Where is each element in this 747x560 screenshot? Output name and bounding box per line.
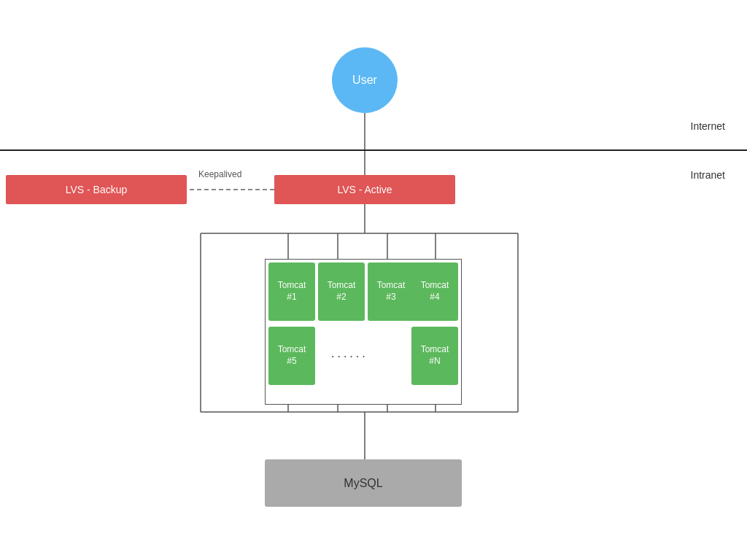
lvs-backup-box: LVS - Backup (6, 175, 187, 204)
internet-label: Internet (691, 120, 725, 132)
mysql-box: MySQL (265, 459, 462, 507)
lvs-backup-label: LVS - Backup (66, 184, 128, 195)
tomcat-4-box: Tomcat #4 (411, 262, 458, 321)
user-node: User (332, 47, 398, 113)
lvs-active-label: LVS - Active (337, 184, 392, 195)
keepalived-dashed-line (190, 189, 274, 190)
tomcat-3-number: #3 (386, 292, 395, 303)
tomcat-2-number: #2 (336, 292, 346, 303)
tomcat-2-label: Tomcat (328, 280, 356, 292)
diagram: Internet Intranet User LVS - Active LVS … (0, 0, 747, 560)
tomcat-1-number: #1 (287, 292, 296, 303)
tomcat-5-number: #5 (287, 356, 296, 368)
tomcat-n-number: #N (429, 356, 440, 368)
tomcat-1-box: Tomcat #1 (268, 262, 315, 321)
intranet-label: Intranet (691, 169, 725, 181)
tomcat-4-number: #4 (430, 292, 439, 303)
keepalived-label: Keepalived (198, 169, 241, 179)
tomcat-3-label: Tomcat (377, 280, 406, 292)
tomcat-dots: ...... (331, 347, 368, 360)
internet-intranet-divider (0, 149, 747, 151)
user-label: User (352, 74, 377, 87)
tomcat-n-label: Tomcat (421, 344, 449, 356)
mysql-label: MySQL (344, 477, 382, 490)
tomcat-2-box: Tomcat #2 (318, 262, 365, 321)
tomcat-4-label: Tomcat (421, 280, 449, 292)
lvs-active-box: LVS - Active (274, 175, 455, 204)
tomcat-group: Tomcat #1 Tomcat #2 Tomcat #3 Tomcat #4 … (265, 259, 462, 405)
tomcat-5-box: Tomcat #5 (268, 327, 315, 385)
tomcat-1-label: Tomcat (278, 280, 306, 292)
tomcat-3-box: Tomcat #3 (368, 262, 414, 321)
tomcat-n-box: Tomcat #N (411, 327, 458, 385)
tomcat-5-label: Tomcat (278, 344, 306, 356)
